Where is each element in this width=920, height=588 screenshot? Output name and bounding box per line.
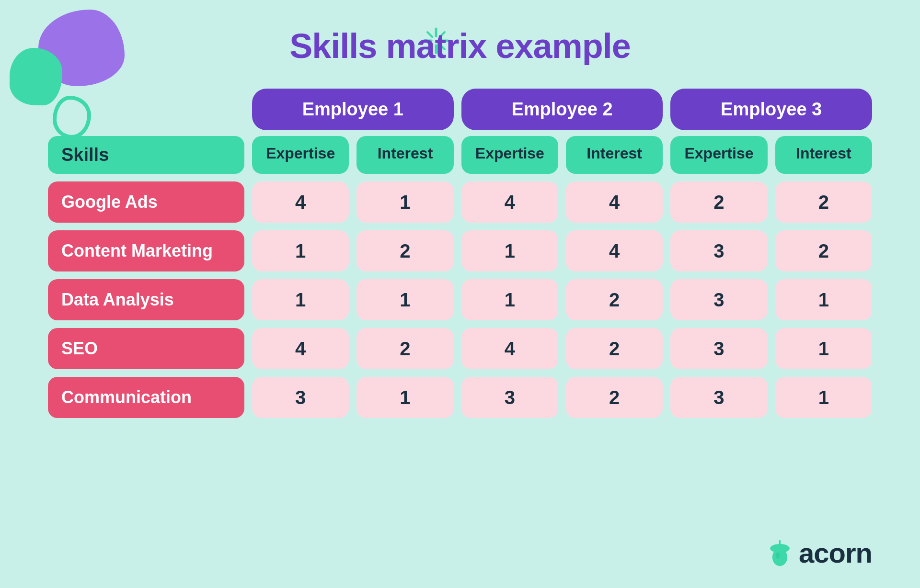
cell-1-0: 1 — [252, 230, 349, 271]
skill-seo: SEO — [48, 328, 244, 369]
cell-0-4: 2 — [670, 181, 767, 223]
cell-2-3: 2 — [566, 279, 663, 320]
cell-1-3: 4 — [566, 230, 663, 271]
row-content-marketing: Content Marketing 1 2 1 4 3 2 — [48, 230, 872, 271]
page-title: Skills matrix example — [289, 26, 630, 66]
cell-3-4: 3 — [670, 328, 767, 369]
cell-4-4: 3 — [670, 377, 767, 418]
cell-0-0: 4 — [252, 181, 349, 223]
cell-3-1: 2 — [356, 328, 453, 369]
cell-2-2: 1 — [461, 279, 558, 320]
acorn-icon — [767, 539, 793, 567]
cell-4-2: 3 — [461, 377, 558, 418]
cell-2-4: 3 — [670, 279, 767, 320]
cell-0-1: 1 — [356, 181, 453, 223]
cell-1-5: 2 — [775, 230, 872, 271]
emp3-interest-header: Interest — [775, 136, 872, 174]
cell-3-0: 4 — [252, 328, 349, 369]
acorn-logo: acorn — [767, 537, 872, 569]
cell-2-0: 1 — [252, 279, 349, 320]
emp1-expertise-header: Expertise — [252, 136, 349, 174]
acorn-brand-name: acorn — [799, 537, 872, 569]
cell-1-2: 1 — [461, 230, 558, 271]
svg-point-9 — [772, 548, 787, 566]
header-spacer — [48, 89, 244, 130]
cell-3-5: 1 — [775, 328, 872, 369]
skill-data-analysis: Data Analysis — [48, 279, 244, 320]
emp3-expertise-header: Expertise — [670, 136, 767, 174]
cell-1-1: 2 — [356, 230, 453, 271]
employee-1-header: Employee 1 — [252, 89, 454, 130]
cell-1-4: 3 — [670, 230, 767, 271]
cell-0-3: 4 — [566, 181, 663, 223]
skills-column-header: Skills — [48, 136, 244, 174]
cell-2-1: 1 — [356, 279, 453, 320]
emp2-interest-header: Interest — [566, 136, 663, 174]
row-communication: Communication 3 1 3 2 3 1 — [48, 377, 872, 418]
row-data-analysis: Data Analysis 1 1 1 2 3 1 — [48, 279, 872, 320]
skill-google-ads: Google Ads — [48, 181, 244, 223]
skills-matrix: Employee 1 Employee 2 Employee 3 Skills … — [48, 89, 872, 426]
svg-point-11 — [776, 552, 780, 558]
skill-communication: Communication — [48, 377, 244, 418]
cell-4-1: 1 — [356, 377, 453, 418]
emp1-interest-header: Interest — [356, 136, 453, 174]
employee-2-header: Employee 2 — [461, 89, 663, 130]
cell-4-0: 3 — [252, 377, 349, 418]
cell-3-2: 4 — [461, 328, 558, 369]
cell-2-5: 1 — [775, 279, 872, 320]
row-seo: SEO 4 2 4 2 3 1 — [48, 328, 872, 369]
row-google-ads: Google Ads 4 1 4 4 2 2 — [48, 181, 872, 223]
employee-3-header: Employee 3 — [670, 89, 872, 130]
employee-header-row: Employee 1 Employee 2 Employee 3 — [48, 89, 872, 130]
cell-3-3: 2 — [566, 328, 663, 369]
cell-4-5: 1 — [775, 377, 872, 418]
skill-content-marketing: Content Marketing — [48, 230, 244, 271]
cell-4-3: 2 — [566, 377, 663, 418]
cell-0-2: 4 — [461, 181, 558, 223]
emp2-expertise-header: Expertise — [461, 136, 558, 174]
sub-header-row: Skills Expertise Interest Expertise Inte… — [48, 136, 872, 174]
cell-0-5: 2 — [775, 181, 872, 223]
